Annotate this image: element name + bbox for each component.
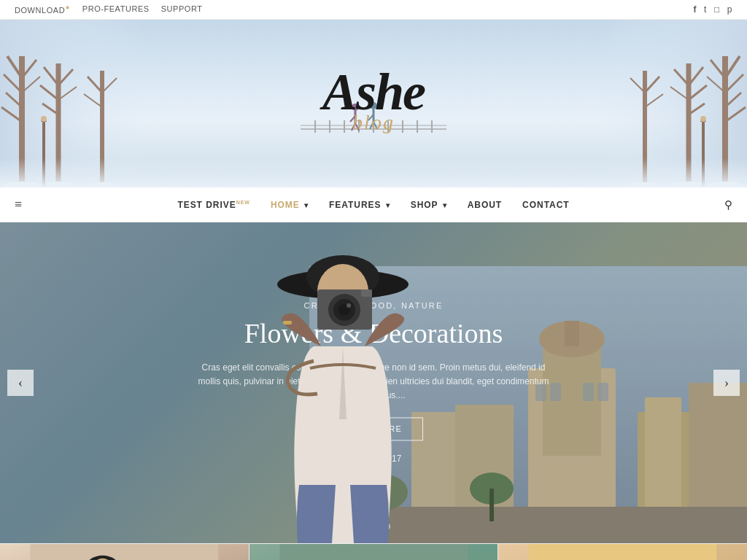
top-bar-links: DOWNLOAD★ PRO-FEATURES SUPPORT (15, 4, 203, 15)
hero-slider: ‹ › CREATIVE, FOOD, NATURE Flowers & Dec… (0, 222, 747, 543)
search-icon[interactable]: ⚲ (724, 198, 732, 211)
instagram-icon[interactable]: □ (714, 4, 720, 15)
svg-rect-111 (279, 544, 468, 560)
home-link[interactable]: HOME ▾ (271, 200, 309, 210)
slider-next-arrow[interactable]: › (713, 370, 740, 396)
card-download[interactable]: DOWNLOAD (0, 544, 249, 560)
navigation: ≡ TEST DRIVENEW HOME ▾ FEATURES ▾ SHOP ▾… (0, 187, 747, 222)
pinterest-icon[interactable]: p (727, 4, 732, 15)
card-pro[interactable]: TRY PRO VERSION (498, 544, 747, 560)
pro-features-link[interactable]: PRO-FEATURES (82, 4, 150, 15)
snow-ground (0, 158, 747, 187)
card-features-image (249, 544, 498, 560)
download-link[interactable]: DOWNLOAD★ (15, 4, 71, 15)
shop-link[interactable]: SHOP ▾ (411, 200, 447, 210)
features-link[interactable]: FEATURES ▾ (329, 200, 390, 210)
hero-person (241, 237, 445, 543)
header-banner: Ashe blog (0, 20, 747, 187)
about-link[interactable]: ABOUT (468, 200, 502, 210)
card-features-bg (249, 544, 498, 560)
social-icons: f t □ p (694, 4, 732, 15)
nav-item-contact: CONTACT (522, 199, 570, 211)
twitter-icon[interactable]: t (704, 4, 707, 15)
cards-row: DOWNLOAD (0, 543, 747, 560)
svg-rect-101 (361, 289, 372, 297)
nav-links: TEST DRIVENEW HOME ▾ FEATURES ▾ SHOP ▾ A… (177, 199, 569, 211)
svg-point-100 (347, 303, 351, 308)
test-drive-link[interactable]: TEST DRIVENEW (177, 200, 250, 210)
facebook-icon[interactable]: f (694, 4, 697, 15)
site-title: Ashe blog (322, 66, 425, 134)
svg-rect-124 (529, 544, 717, 560)
card-pro-image (498, 544, 747, 560)
nav-item-shop: SHOP ▾ (411, 199, 447, 211)
card-features[interactable]: FEATURES (249, 544, 499, 560)
hamburger-menu[interactable]: ≡ (15, 197, 22, 212)
card-pro-bg (498, 544, 747, 560)
top-bar: DOWNLOAD★ PRO-FEATURES SUPPORT f t □ p (0, 0, 747, 20)
svg-rect-103 (31, 544, 219, 560)
svg-point-22 (41, 116, 47, 122)
svg-point-45 (700, 116, 706, 122)
svg-rect-102 (283, 321, 292, 324)
card-download-bg (0, 544, 249, 560)
nav-item-about: ABOUT (468, 199, 502, 211)
slider-prev-arrow[interactable]: ‹ (7, 370, 34, 396)
nav-item-test-drive: TEST DRIVENEW (177, 199, 250, 211)
support-link[interactable]: SUPPORT (161, 4, 203, 15)
contact-link[interactable]: CONTACT (522, 200, 570, 210)
card-download-image (0, 544, 249, 560)
nav-item-features: FEATURES ▾ (329, 199, 390, 211)
nav-item-home: HOME ▾ (271, 199, 309, 211)
